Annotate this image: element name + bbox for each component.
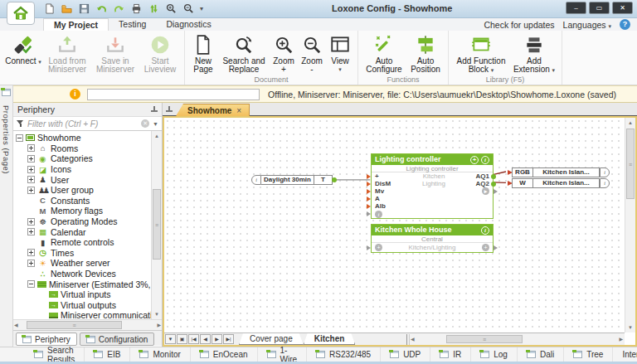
tab-tree[interactable]: Tree (564, 347, 613, 362)
central-block[interactable]: Kitchen Whole House Central Kitchen/Ligh… (371, 224, 494, 253)
output-port[interactable] (494, 189, 498, 194)
tree-item-showhome[interactable]: Showhome (13, 133, 151, 143)
scroll-left-icon[interactable]: ◀ (411, 335, 415, 344)
tree-item-miniserver-communication[interactable]: Miniserver communication (13, 310, 151, 319)
tree-item-remote-controls[interactable]: Remote controls (13, 237, 151, 248)
scrollbar-thumb[interactable]: ≡ (27, 321, 122, 329)
expand-icon[interactable] (27, 155, 35, 163)
pin-icon[interactable] (151, 106, 158, 113)
zoom-out-button[interactable]: Zoom - (298, 33, 326, 75)
tab-log[interactable]: Log (471, 347, 518, 362)
properties-page-vertical-tab[interactable]: Properties (Page) (2, 105, 11, 174)
save-icon[interactable] (78, 2, 90, 15)
scroll-down-icon[interactable]: ▼ (152, 309, 162, 319)
minimize-button[interactable]: – (566, 2, 586, 14)
undo-icon[interactable] (95, 2, 108, 15)
doc-tab-showhome[interactable]: Showhome × (176, 104, 250, 116)
tree-horizontal-scrollbar[interactable]: ◀ ≡ ▶ (13, 319, 162, 330)
tree-item-calendar[interactable]: Calendar (13, 226, 151, 237)
page-tab-kitchen[interactable]: Kitchen (304, 333, 356, 345)
print-icon[interactable] (130, 2, 143, 15)
scrollbar-thumb[interactable]: ≡ (626, 129, 635, 199)
tree-item-constants[interactable]: Constants (13, 196, 151, 206)
output-port[interactable] (491, 182, 496, 187)
output-port[interactable] (494, 245, 498, 250)
tab-diagnostics[interactable]: Diagnostics (156, 18, 221, 31)
scroll-right-icon[interactable]: ▶ (619, 335, 623, 344)
tab-periphery[interactable]: Periphery (16, 332, 77, 346)
circle-info-icon[interactable] (481, 226, 489, 235)
redo-icon[interactable] (113, 2, 125, 15)
tree-item-user-group[interactable]: User group (13, 185, 151, 196)
circle-info-icon[interactable] (481, 156, 489, 164)
tab-configuration[interactable]: Configuration (80, 332, 154, 346)
scroll-up-icon[interactable]: ▲ (152, 131, 162, 141)
languages-dropdown[interactable]: Languages ▾ (563, 20, 611, 30)
tab-search-results[interactable]: Search Results (25, 347, 85, 362)
expand-icon[interactable] (27, 144, 35, 152)
collapse-icon[interactable] (16, 134, 23, 142)
input-port[interactable] (367, 189, 371, 194)
tree-item-virtual-inputs[interactable]: Virtual inputs (13, 289, 151, 300)
tree-item-miniserver[interactable]: Miniserver (Estimated 3%, no IP (13, 279, 151, 289)
start-liveview-button[interactable]: Start Liveview (139, 33, 181, 75)
expand-icon[interactable] (27, 176, 35, 183)
next-page-icon[interactable]: ▶ (212, 334, 222, 344)
tree-item-user[interactable]: User (13, 174, 151, 185)
tree-item-operating-modes[interactable]: Operating Modes (13, 216, 151, 227)
input-ref-daylight[interactable]: i Daylight 30min T (251, 175, 337, 185)
zoom-in-button[interactable]: Zoom + (270, 33, 298, 75)
canvas-vertical-scrollbar[interactable]: ▲ ≡ ▼ (625, 118, 635, 332)
tree-item-virtual-outputs[interactable]: Virtual outputs (13, 300, 151, 311)
add-extension-button[interactable]: Add Extension ▾ (510, 33, 558, 75)
new-page-button[interactable]: New Page (188, 33, 218, 75)
tree-item-network-devices[interactable]: Network Devices (13, 269, 151, 279)
pin-icon[interactable] (166, 106, 173, 113)
tab-dali[interactable]: Dali (518, 347, 564, 362)
output-ref-w[interactable]: W Kitchen Islan... i (508, 178, 610, 188)
circle-info-icon[interactable] (375, 211, 382, 218)
input-port[interactable] (367, 174, 371, 179)
expand-icon[interactable] (27, 260, 35, 267)
scroll-right-icon[interactable]: ▶ (157, 321, 161, 330)
add-function-block-button[interactable]: Add Function Block ▾ (452, 33, 510, 75)
search-replace-button[interactable]: Search and Replace (218, 33, 270, 75)
connect-button[interactable]: Connect ▾ (3, 33, 43, 67)
tree-filter[interactable]: Filter with (Ctrl + F) ✕ ▼ (13, 117, 162, 131)
load-from-miniserver-button[interactable]: Load from Miniserver (43, 33, 91, 75)
tree-item-weather-server[interactable]: Weather server (13, 258, 151, 269)
zoom-out-icon[interactable] (182, 2, 195, 15)
new-file-icon[interactable] (43, 2, 56, 15)
view-button[interactable]: View ▾ (326, 33, 354, 75)
check-updates-link[interactable]: Check for updates (484, 20, 554, 30)
more-outputs-icon[interactable] (482, 187, 489, 195)
sync-icon[interactable] (148, 2, 160, 15)
scroll-down-icon[interactable]: ▼ (625, 323, 635, 332)
help-icon[interactable]: ? (620, 19, 630, 30)
auto-configure-button[interactable]: Auto Configure (362, 33, 406, 75)
auto-position-button[interactable]: Auto Position (406, 33, 445, 75)
input-port[interactable] (367, 245, 371, 250)
prev-page-icon[interactable]: ◀ (200, 334, 211, 344)
canvas-horizontal-scrollbar[interactable]: ◀ ≡ ▶ (410, 334, 624, 345)
input-port[interactable] (367, 204, 371, 209)
tab-testing[interactable]: Testing (109, 18, 156, 31)
scrollbar-thumb[interactable]: ≡ (446, 335, 523, 343)
expand-icon[interactable] (27, 249, 35, 256)
page-list-icon[interactable]: ▣ (177, 334, 187, 344)
page-tab-cover-page[interactable]: Cover page (239, 333, 304, 345)
infobar-input[interactable] (87, 89, 260, 100)
lighting-controller-block[interactable]: Lighting controller Lighting controller … (371, 153, 494, 219)
scrollbar-thumb[interactable]: ≡ (153, 189, 161, 260)
expand-icon[interactable] (27, 187, 35, 194)
last-page-icon[interactable]: ▶| (223, 334, 234, 344)
tree-vertical-scrollbar[interactable]: ▲ ≡ ▼ (151, 131, 162, 319)
input-port[interactable] (367, 197, 371, 201)
first-page-icon[interactable]: |◀ (188, 334, 199, 344)
tab-eib[interactable]: EIB (85, 347, 130, 362)
input-port[interactable] (367, 211, 371, 216)
chevron-down-icon[interactable]: ▼ (153, 121, 158, 127)
tab-rs232-485[interactable]: RS232/485 (307, 347, 381, 362)
input-port[interactable] (367, 182, 371, 187)
circle-plus-icon[interactable] (375, 244, 382, 251)
